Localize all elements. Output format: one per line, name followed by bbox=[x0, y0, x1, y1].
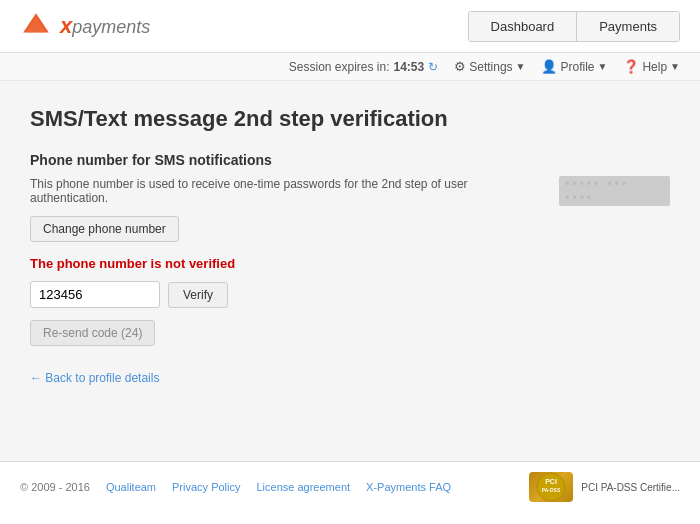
help-label: Help bbox=[642, 60, 667, 74]
svg-text:PA-DSS: PA-DSS bbox=[542, 487, 561, 493]
settings-label: Settings bbox=[469, 60, 512, 74]
session-label: Session expires in: bbox=[289, 60, 390, 74]
company-link[interactable]: Qualiteam bbox=[106, 481, 156, 493]
settings-menu[interactable]: ⚙ Settings ▼ bbox=[454, 59, 525, 74]
footer: © 2009 - 2016 Qualiteam Privacy Policy L… bbox=[0, 461, 700, 512]
phone-masked: ••••• ••• •••• bbox=[559, 176, 670, 206]
top-bar: Session expires in: 14:53 ↻ ⚙ Settings ▼… bbox=[0, 53, 700, 81]
nav-dashboard[interactable]: Dashboard bbox=[469, 12, 578, 41]
description-text: This phone number is used to receive one… bbox=[30, 177, 547, 205]
nav-buttons: Dashboard Payments bbox=[468, 11, 680, 42]
logo-icon bbox=[20, 10, 52, 42]
main-content: SMS/Text message 2nd step verification P… bbox=[0, 81, 700, 461]
svg-text:PCI: PCI bbox=[545, 478, 557, 485]
privacy-link[interactable]: Privacy Policy bbox=[172, 481, 240, 493]
settings-caret: ▼ bbox=[516, 61, 526, 72]
logo-payments-text: payments bbox=[72, 17, 150, 37]
change-phone-button[interactable]: Change phone number bbox=[30, 216, 179, 242]
verify-button[interactable]: Verify bbox=[168, 282, 228, 308]
pci-certified-text: PCI PA-DSS Certifie... bbox=[581, 482, 680, 493]
profile-menu[interactable]: 👤 Profile ▼ bbox=[541, 59, 607, 74]
page-title: SMS/Text message 2nd step verification bbox=[30, 106, 670, 132]
resend-code-button[interactable]: Re-send code (24) bbox=[30, 320, 155, 346]
gear-icon: ⚙ bbox=[454, 59, 466, 74]
profile-icon: 👤 bbox=[541, 59, 557, 74]
pci-badge-area: PCI PA-DSS PCI PA-DSS Certifie... bbox=[529, 472, 680, 502]
logo: xpayments bbox=[20, 10, 150, 42]
not-verified-message: The phone number is not verified bbox=[30, 256, 670, 271]
pci-badge-icon: PCI PA-DSS bbox=[529, 472, 573, 502]
faq-link[interactable]: X-Payments FAQ bbox=[366, 481, 451, 493]
verify-row: Verify bbox=[30, 281, 670, 308]
logo-text: xpayments bbox=[60, 13, 150, 39]
profile-caret: ▼ bbox=[598, 61, 608, 72]
refresh-icon[interactable]: ↻ bbox=[428, 60, 438, 74]
nav-payments[interactable]: Payments bbox=[577, 12, 679, 41]
copyright-text: © 2009 - 2016 bbox=[20, 481, 90, 493]
help-menu[interactable]: ❓ Help ▼ bbox=[623, 59, 680, 74]
help-caret: ▼ bbox=[670, 61, 680, 72]
back-to-profile-link[interactable]: ← Back to profile details bbox=[30, 371, 159, 385]
session-info: Session expires in: 14:53 ↻ bbox=[289, 60, 438, 74]
help-icon: ❓ bbox=[623, 59, 639, 74]
description-row: This phone number is used to receive one… bbox=[30, 176, 670, 206]
license-link[interactable]: License agreement bbox=[257, 481, 351, 493]
logo-x: x bbox=[60, 13, 72, 38]
profile-label: Profile bbox=[560, 60, 594, 74]
section-title: Phone number for SMS notifications bbox=[30, 152, 670, 168]
verify-code-input[interactable] bbox=[30, 281, 160, 308]
header: xpayments Dashboard Payments bbox=[0, 0, 700, 53]
session-time: 14:53 bbox=[394, 60, 425, 74]
